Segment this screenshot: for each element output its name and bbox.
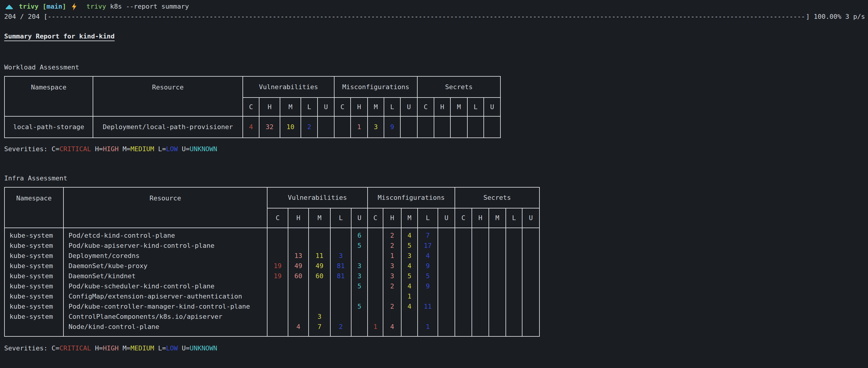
count-line: 1: [368, 322, 383, 332]
count-line: [472, 281, 489, 291]
legend-name-unknown: UNKNOWN: [190, 344, 217, 352]
count-line: 4: [288, 322, 308, 332]
count-line: [506, 281, 522, 291]
count-line: [489, 271, 505, 281]
count-cell-misconfigurations-l: 7174959 11 1: [417, 228, 438, 336]
count-cell-misconfigurations-m: 3: [368, 116, 384, 138]
count-cell-secrets-m: [489, 228, 506, 336]
count-line: [383, 291, 401, 302]
count-line: [455, 251, 471, 261]
count-line: 6: [351, 230, 367, 240]
count-line: [472, 261, 489, 271]
count-line: [401, 122, 417, 132]
severity-col-header-secrets-u: U: [484, 97, 500, 116]
resource-line: Pod/kube-scheduler-kind-control-plane: [68, 281, 267, 291]
count-cell-secrets-m: [451, 116, 467, 138]
legend-name-medium: MEDIUM: [130, 145, 154, 153]
workload-heading: Workload Assessment: [4, 62, 865, 73]
legend-name-critical: CRITICAL: [59, 145, 91, 153]
count-line: [472, 302, 489, 312]
count-line: 5: [418, 271, 438, 281]
namespace-line: kube-system: [9, 302, 63, 312]
count-cell-vulnerabilities-c: 4: [243, 116, 259, 138]
count-line: [472, 312, 489, 322]
count-line: [484, 122, 500, 132]
column-header-namespace: Namespace: [4, 76, 93, 116]
count-line: 10: [280, 122, 301, 132]
count-line: 3: [351, 261, 367, 271]
count-line: [523, 312, 539, 322]
count-line: 7: [418, 230, 438, 240]
resource-line: DaemonSet/kube-proxy: [68, 261, 267, 271]
command-arguments: k8s --report summary: [106, 1, 189, 11]
count-line: [368, 302, 383, 312]
namespace-cell: kube-systemkube-systemkube-systemkube-sy…: [4, 228, 63, 336]
shell-prompt: trivy [main] trivy k8s --report summary: [4, 1, 865, 11]
namespace-cell: local-path-storage: [4, 116, 93, 138]
severity-col-header-vulnerabilities-c: C: [267, 208, 288, 228]
count-line: [438, 251, 455, 261]
count-line: 19: [268, 261, 288, 271]
count-cell-misconfigurations-u: [438, 228, 455, 336]
severity-col-header-vulnerabilities-l: L: [330, 208, 351, 228]
table-data-block: kube-systemkube-systemkube-systemkube-sy…: [4, 228, 539, 336]
count-line: [434, 122, 450, 132]
count-line: 2: [331, 322, 351, 332]
count-cell-vulnerabilities-l: 38181 2: [330, 228, 351, 336]
count-line: 5: [351, 281, 367, 291]
count-line: 1: [418, 322, 438, 332]
workload-table-container: NamespaceResourceVulnerabilitiesMisconfi…: [4, 76, 865, 138]
count-line: [268, 230, 288, 240]
severity-col-header-secrets-h: H: [472, 208, 489, 228]
severity-col-header-misconfigurations-u: U: [438, 208, 455, 228]
count-cell-secrets-c: [455, 228, 472, 336]
count-line: [438, 240, 455, 251]
count-line: 4: [402, 281, 417, 291]
count-line: [331, 291, 351, 302]
count-line: [331, 240, 351, 251]
count-line: [455, 302, 471, 312]
progress-prefix: 204 / 204 [: [4, 11, 48, 22]
group-header-secrets: Secrets: [417, 76, 500, 97]
severity-col-header-vulnerabilities-h: H: [288, 208, 309, 228]
count-line: 4: [243, 122, 259, 132]
legend-label: Severities:: [4, 145, 52, 153]
count-line: [489, 302, 505, 312]
count-line: [523, 240, 539, 251]
count-line: [268, 302, 288, 312]
count-cell-secrets-u: [522, 228, 539, 336]
resource-line: Deployment/coredns: [68, 251, 267, 261]
severity-col-header-misconfigurations-l: L: [417, 208, 438, 228]
count-line: [506, 230, 522, 240]
severities-legend: Severities: C=CRITICAL H=HIGH M=MEDIUM L…: [4, 144, 865, 154]
count-line: [438, 271, 455, 281]
count-line: [489, 261, 505, 271]
count-line: 1: [383, 251, 401, 261]
count-line: [506, 302, 522, 312]
count-cell-secrets-l: [506, 228, 522, 336]
count-line: [351, 312, 367, 322]
count-line: [368, 291, 383, 302]
count-line: [438, 322, 455, 332]
count-line: 60: [309, 271, 330, 281]
count-line: [472, 322, 489, 332]
namespace-line: kube-system: [9, 281, 63, 291]
count-line: 3: [383, 261, 401, 271]
count-line: [523, 281, 539, 291]
count-line: [402, 312, 417, 322]
count-line: [309, 281, 330, 291]
count-line: 4: [402, 230, 417, 240]
prompt-spacer: [66, 1, 70, 11]
count-line: [523, 322, 539, 332]
count-line: [455, 281, 471, 291]
count-line: 3: [309, 312, 330, 322]
count-line: 2: [383, 302, 401, 312]
count-line: [506, 240, 522, 251]
namespace-line: [9, 322, 63, 332]
git-branch-close-bracket: ]: [62, 1, 66, 11]
count-line: [268, 281, 288, 291]
count-line: 4: [383, 322, 401, 332]
count-cell-misconfigurations-c: [334, 116, 350, 138]
legend-abbr-low: L=: [158, 145, 166, 153]
severity-col-header-misconfigurations-c: C: [334, 97, 350, 116]
